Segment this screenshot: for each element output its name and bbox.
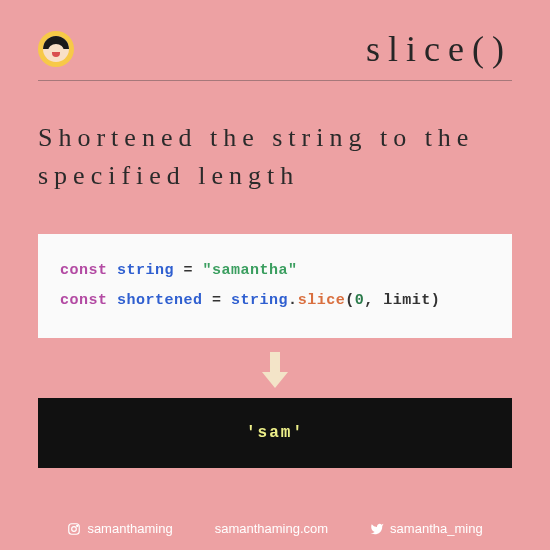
svg-marker-1 (262, 372, 288, 388)
keyword-const: const (60, 292, 108, 309)
svg-rect-0 (270, 352, 280, 372)
twitter-icon (370, 522, 384, 536)
code-line-2: const shortened = string.slice(0, limit) (60, 286, 490, 316)
paren-close: ) (431, 292, 441, 309)
code-block: const string = "samantha" const shortene… (38, 234, 512, 338)
code-line-1: const string = "samantha" (60, 256, 490, 286)
website-url: samanthaming.com (215, 521, 328, 536)
arrow-down-icon (38, 350, 512, 390)
paren-open: ( (345, 292, 355, 309)
twitter-handle: samantha_ming (390, 521, 483, 536)
subtitle: Shortened the string to the specified le… (38, 119, 512, 194)
footer-twitter: samantha_ming (370, 521, 483, 536)
instagram-handle: samanthaming (87, 521, 172, 536)
header: slice() (38, 28, 512, 81)
equals: = (212, 292, 222, 309)
variable-string: string (117, 262, 174, 279)
svg-point-4 (77, 525, 78, 526)
result-text: 'sam' (246, 424, 304, 442)
avatar (38, 31, 74, 67)
string-literal: "samantha" (203, 262, 298, 279)
comma: , (364, 292, 374, 309)
function-slice: slice (298, 292, 346, 309)
equals: = (184, 262, 194, 279)
variable-shortened: shortened (117, 292, 203, 309)
variable-ref: string (231, 292, 288, 309)
arg-zero: 0 (355, 292, 365, 309)
keyword-const: const (60, 262, 108, 279)
footer-instagram: samanthaming (67, 521, 172, 536)
arg-limit: limit (383, 292, 431, 309)
result-block: 'sam' (38, 398, 512, 468)
footer-website: samanthaming.com (215, 521, 328, 536)
footer: samanthaming samanthaming.com samantha_m… (0, 521, 550, 536)
dot: . (288, 292, 298, 309)
instagram-icon (67, 522, 81, 536)
page-title: slice() (366, 28, 512, 70)
svg-point-3 (72, 526, 77, 531)
